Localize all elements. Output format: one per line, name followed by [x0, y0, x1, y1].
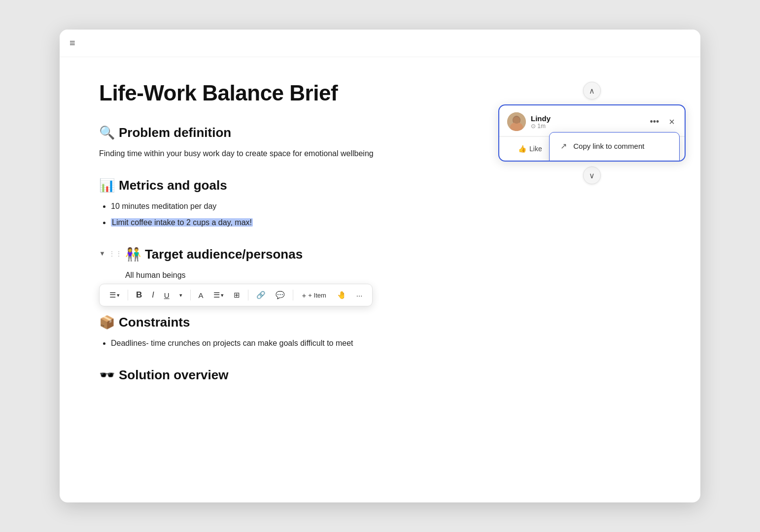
list-item: Deadlines- time crunches on projects can…	[111, 337, 661, 350]
sidebar-toggle-button[interactable]: ≡	[69, 37, 75, 49]
highlighted-bullet: Limit coffee intake to 2 cups a day, max…	[111, 218, 253, 227]
section-emoji-problem: 🔍	[99, 125, 115, 140]
plus-icon: +	[302, 291, 307, 299]
section-emoji-constraints: 📦	[99, 315, 115, 330]
like-icon: 👍	[518, 145, 526, 153]
comment-user-info: Lindy ⊙ 1m	[531, 114, 642, 130]
svg-point-3	[513, 117, 520, 124]
main-content: Life-Work Balance Brief 🔍 Problem defini…	[60, 57, 700, 502]
section-heading-solution: 🕶️ Solution overview	[99, 367, 661, 383]
align-chevron: ▾	[221, 292, 224, 299]
section-solution: 🕶️ Solution overview	[99, 367, 661, 383]
comment-more-button[interactable]: •••	[647, 115, 662, 129]
toolbar-divider-2	[190, 290, 191, 300]
list-button[interactable]: ☰ ▾	[105, 289, 124, 301]
section-emoji-metrics: 📊	[99, 178, 115, 193]
toolbar-divider-1	[128, 290, 128, 300]
formatting-toolbar: ☰ ▾ B I U ▾ A ☰ ▾ ⊞ 🔗 💬	[99, 284, 373, 306]
list-icon: ☰	[109, 291, 116, 299]
nav-up-button[interactable]: ∧	[583, 82, 601, 100]
more-button[interactable]: ···	[352, 289, 367, 301]
copy-link-button[interactable]: ↗ Copy link to comment	[550, 135, 679, 157]
metrics-bullet-list: 10 minutes meditation per day Limit coff…	[111, 200, 661, 229]
drag-dots-icon[interactable]: ⋮⋮	[108, 250, 122, 258]
nav-down-button[interactable]: ∨	[583, 166, 601, 184]
app-window: ≡ Life-Work Balance Brief 🔍 Problem defi…	[60, 30, 700, 502]
section-emoji-audience: 👫	[125, 247, 141, 262]
list-chevron: ▾	[117, 292, 120, 299]
comment-card: Lindy ⊙ 1m ••• × ↗ Copy link to comment	[498, 104, 686, 162]
toolbar-divider-3	[248, 290, 248, 300]
font-color-button[interactable]: A	[195, 289, 207, 301]
section-body-audience: All human beings	[125, 269, 303, 282]
comment-time: ⊙ 1m	[531, 123, 642, 130]
section-heading-audience: 👫 Target audience/personas	[125, 247, 303, 262]
comment-close-button[interactable]: ×	[667, 114, 677, 130]
comment-button[interactable]: 💬	[272, 289, 289, 301]
align-button[interactable]: ☰ ▾	[209, 289, 228, 301]
list-item: 10 minutes meditation per day	[111, 200, 661, 213]
section-constraints: 📦 Constraints Deadlines- time crunches o…	[99, 315, 661, 350]
underline-button[interactable]: U	[160, 289, 173, 301]
section-heading-constraints: 📦 Constraints	[99, 315, 661, 330]
comment-username: Lindy	[531, 114, 642, 123]
edit-comment-button[interactable]: ✏ Edit comment	[550, 157, 679, 162]
hand-button[interactable]: 🤚	[333, 289, 350, 301]
underline-chevron[interactable]: ▾	[175, 290, 186, 300]
section-metrics: 📊 Metrics and goals 10 minutes meditatio…	[99, 178, 661, 229]
comment-dropdown-menu: ↗ Copy link to comment ✏ Edit comment 🗑 …	[549, 132, 680, 162]
italic-button[interactable]: I	[148, 289, 158, 301]
avatar	[507, 112, 526, 131]
comment-panel: ∧ Lindy	[498, 82, 686, 184]
collapse-arrow-icon[interactable]: ▼	[99, 250, 105, 257]
table-button[interactable]: ⊞	[230, 289, 244, 301]
constraints-bullet-list: Deadlines- time crunches on projects can…	[111, 337, 661, 350]
toolbar-divider-4	[293, 290, 293, 300]
list-item: Limit coffee intake to 2 cups a day, max…	[111, 216, 661, 229]
link-button[interactable]: 🔗	[252, 289, 270, 301]
top-bar: ≡	[60, 30, 700, 57]
add-item-button[interactable]: + + Item	[297, 289, 331, 301]
section-emoji-solution: 🕶️	[99, 367, 115, 383]
copy-link-icon: ↗	[558, 141, 568, 151]
bold-button[interactable]: B	[132, 288, 146, 302]
align-icon: ☰	[213, 291, 220, 299]
